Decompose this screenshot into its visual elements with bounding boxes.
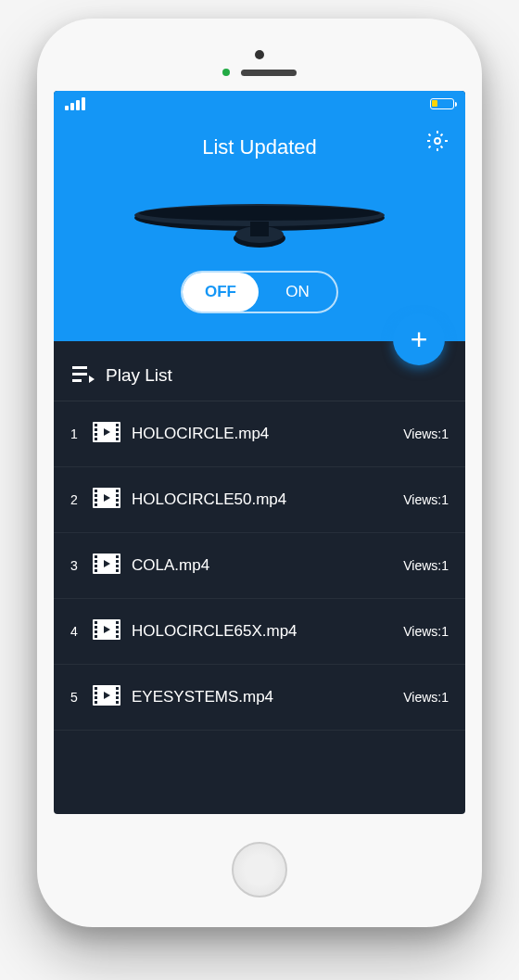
svg-rect-11: [95, 424, 97, 426]
svg-rect-17: [116, 433, 119, 436]
item-name: EYESYSTEMS.mp4: [132, 688, 392, 706]
phone-frame: List Updated OFF: [37, 19, 482, 927]
svg-rect-26: [116, 499, 119, 502]
plus-icon: +: [411, 325, 428, 354]
svg-rect-43: [116, 626, 119, 629]
item-views: Views:1: [403, 624, 449, 639]
speaker-grill: [241, 70, 297, 76]
svg-rect-27: [116, 503, 119, 506]
svg-rect-47: [95, 687, 97, 690]
svg-rect-14: [95, 438, 97, 440]
svg-rect-36: [116, 569, 119, 572]
list-item[interactable]: 1: [54, 401, 465, 467]
svg-point-0: [435, 138, 440, 144]
svg-rect-45: [116, 635, 119, 638]
proximity-sensor: [222, 69, 230, 76]
video-icon: [93, 488, 120, 512]
toggle-off-label: OFF: [183, 273, 259, 312]
playlist-section: Play List 1: [54, 341, 465, 731]
item-name: COLA.mp4: [132, 556, 392, 575]
header: List Updated OFF: [54, 117, 465, 341]
svg-rect-22: [95, 499, 97, 502]
svg-rect-31: [95, 565, 97, 567]
item-index: 3: [70, 558, 82, 573]
page-title: List Updated: [54, 126, 465, 169]
item-index: 5: [70, 690, 82, 705]
svg-rect-16: [116, 428, 119, 431]
svg-rect-52: [116, 692, 119, 694]
video-icon: [93, 554, 120, 578]
svg-rect-39: [95, 626, 97, 629]
svg-rect-53: [116, 696, 119, 699]
list-item[interactable]: 4: [54, 599, 465, 665]
svg-rect-13: [95, 433, 97, 436]
phone-top-hardware: [54, 35, 465, 91]
svg-point-3: [139, 206, 380, 221]
svg-rect-7: [72, 366, 87, 369]
list-item[interactable]: 2: [54, 467, 465, 533]
item-name: HOLOCIRCLE50.mp4: [132, 490, 392, 509]
svg-rect-38: [95, 621, 97, 624]
toggle-on-label: ON: [259, 273, 336, 312]
svg-rect-29: [95, 555, 97, 558]
playlist-title: Play List: [106, 365, 172, 386]
item-index: 1: [70, 426, 82, 441]
item-index: 2: [70, 492, 82, 507]
svg-rect-24: [116, 490, 119, 492]
signal-icon: [65, 97, 85, 110]
svg-rect-20: [95, 490, 97, 492]
playlist-items: 1: [54, 401, 465, 731]
svg-rect-35: [116, 565, 119, 567]
power-toggle[interactable]: OFF ON: [181, 271, 338, 313]
device-image: [54, 169, 465, 271]
svg-rect-18: [116, 438, 119, 440]
svg-rect-40: [95, 630, 97, 633]
svg-rect-48: [95, 692, 97, 694]
list-item[interactable]: 5: [54, 665, 465, 731]
settings-icon[interactable]: [426, 130, 449, 156]
home-button[interactable]: [232, 842, 287, 897]
video-icon: [93, 619, 120, 643]
svg-rect-32: [95, 569, 97, 572]
video-icon: [93, 422, 120, 446]
status-bar: [54, 91, 465, 117]
svg-rect-54: [116, 701, 119, 704]
item-index: 4: [70, 624, 82, 639]
item-views: Views:1: [403, 690, 449, 705]
item-views: Views:1: [403, 426, 449, 441]
svg-rect-30: [95, 560, 97, 563]
item-views: Views:1: [403, 558, 449, 573]
svg-rect-23: [95, 503, 97, 506]
svg-rect-8: [72, 373, 87, 375]
svg-rect-33: [116, 555, 119, 558]
svg-rect-21: [95, 494, 97, 497]
camera-dot: [255, 50, 264, 59]
add-button[interactable]: +: [393, 313, 445, 365]
svg-rect-25: [116, 494, 119, 497]
battery-icon: [430, 98, 454, 109]
svg-rect-44: [116, 630, 119, 633]
svg-rect-6: [250, 222, 269, 236]
svg-rect-15: [116, 424, 119, 426]
svg-rect-9: [72, 379, 82, 382]
svg-rect-34: [116, 560, 119, 563]
svg-rect-41: [95, 635, 97, 638]
svg-rect-42: [116, 621, 119, 624]
svg-rect-51: [116, 687, 119, 690]
item-views: Views:1: [403, 492, 449, 507]
svg-rect-50: [95, 701, 97, 704]
playlist-icon: [72, 366, 95, 385]
list-item[interactable]: 3: [54, 533, 465, 599]
svg-rect-12: [95, 428, 97, 431]
svg-rect-49: [95, 696, 97, 699]
item-name: HOLOCIRCLE.mp4: [132, 425, 392, 443]
video-icon: [93, 685, 120, 709]
item-name: HOLOCIRCLE65X.mp4: [132, 622, 392, 641]
screen: List Updated OFF: [54, 91, 465, 814]
